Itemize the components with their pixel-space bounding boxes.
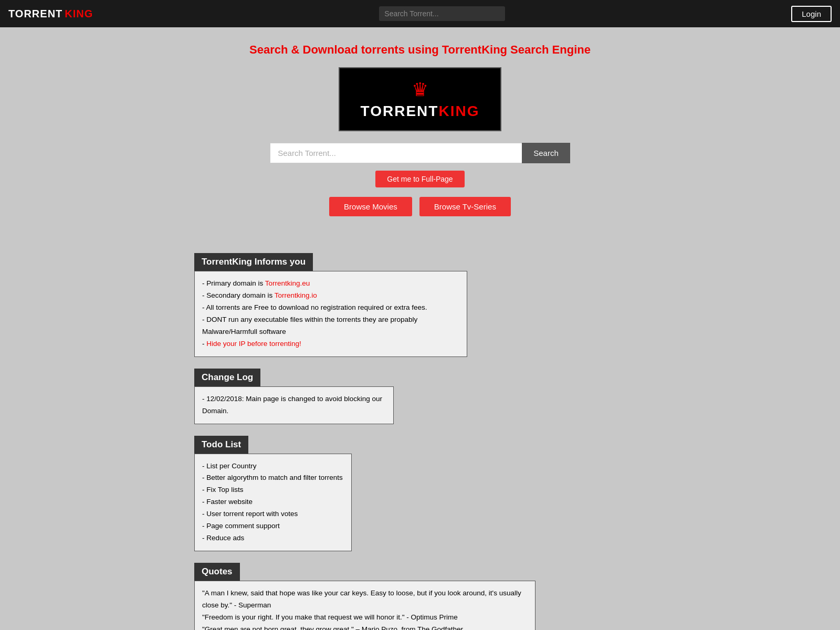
todo-title: Todo List: [194, 436, 248, 454]
brand-king: KING: [65, 8, 93, 20]
quotes-title: Quotes: [194, 563, 240, 581]
main-content: Search & Download torrents using Torrent…: [184, 27, 656, 253]
todo-item-2: - Better algorythm to match and filter t…: [202, 474, 343, 481]
main-search-bar: Search: [194, 143, 646, 163]
changelog-section: Change Log - 12/02/2018: Main page is ch…: [194, 369, 394, 424]
page-title: Search & Download torrents using Torrent…: [194, 43, 646, 57]
todo-item-3: - Fix Top lists: [202, 486, 244, 494]
primary-domain-link[interactable]: Torrentking.eu: [265, 279, 310, 287]
changelog-entry: - 12/02/2018: Main page is changed to av…: [202, 395, 382, 415]
quote-3: "Great men are not born great, they grow…: [202, 625, 463, 630]
navbar-search-input[interactable]: [379, 6, 505, 21]
quotes-section: Quotes "A man I knew, said that hope was…: [194, 563, 536, 630]
search-button[interactable]: Search: [522, 143, 570, 163]
informs-line-3: - All torrents are Free to download no r…: [202, 303, 427, 311]
informs-line-2: - Secondary domain is Torrentking.io: [202, 291, 317, 299]
logo-wordmark: TORRENTKING: [361, 103, 480, 120]
informs-section: TorrentKing Informs you - Primary domain…: [194, 253, 467, 357]
todo-item-6: - Page comment support: [202, 522, 280, 530]
info-sections: TorrentKing Informs you - Primary domain…: [184, 253, 656, 630]
brand-torrent: TORRENT: [8, 8, 62, 20]
navbar: TORRENTKING Login: [0, 0, 840, 27]
brand-logo: TORRENTKING: [8, 8, 93, 20]
main-search-input[interactable]: [270, 143, 522, 163]
quotes-box: "A man I knew, said that hope was like y…: [194, 581, 536, 630]
todo-item-7: - Reduce ads: [202, 534, 244, 542]
todo-item-1: - List per Country: [202, 462, 257, 470]
informs-title: TorrentKing Informs you: [194, 253, 313, 271]
navbar-search-container: [379, 6, 505, 21]
logo-torrent-text: TORRENT: [361, 103, 439, 119]
todo-item-5: - User torrent report with votes: [202, 510, 298, 518]
secondary-domain-link[interactable]: Torrentking.io: [275, 291, 317, 299]
informs-box: - Primary domain is Torrentking.eu - Sec…: [194, 271, 467, 357]
todo-section: Todo List - List per Country - Better al…: [194, 436, 352, 552]
informs-line-5: - Hide your IP before torrenting!: [202, 340, 301, 348]
quote-2: "Freedom is your right. If you make that…: [202, 613, 458, 621]
logo-king-text: KING: [438, 103, 479, 119]
browse-movies-button[interactable]: Browse Movies: [329, 197, 412, 216]
informs-line-4: - DONT run any executable files within t…: [202, 316, 417, 335]
logo-box: ♛ TORRENTKING: [339, 67, 502, 131]
todo-item-4: - Faster website: [202, 498, 253, 506]
changelog-box: - 12/02/2018: Main page is changed to av…: [194, 386, 394, 424]
fullpage-button[interactable]: Get me to Full-Page: [375, 171, 464, 187]
quote-1: "A man I knew, said that hope was like y…: [202, 589, 521, 609]
hide-ip-link[interactable]: Hide your IP before torrenting!: [206, 340, 301, 348]
browse-buttons-container: Browse Movies Browse Tv-Series: [194, 197, 646, 216]
changelog-title: Change Log: [194, 369, 260, 386]
browse-tvseries-button[interactable]: Browse Tv-Series: [419, 197, 511, 216]
todo-box: - List per Country - Better algorythm to…: [194, 454, 352, 552]
crown-icon: ♛: [361, 79, 480, 101]
fullpage-btn-container: Get me to Full-Page: [194, 171, 646, 197]
login-button[interactable]: Login: [791, 6, 832, 22]
informs-line-1: - Primary domain is Torrentking.eu: [202, 279, 310, 287]
